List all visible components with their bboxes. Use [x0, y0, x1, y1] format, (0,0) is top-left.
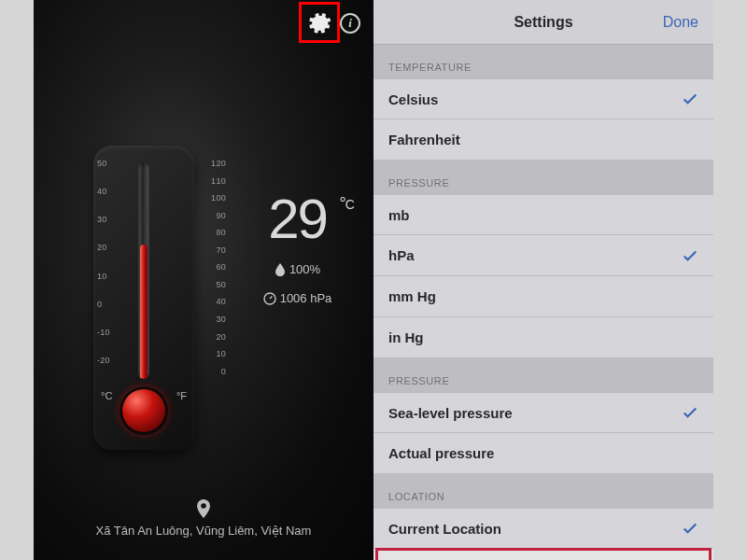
tick-f: 0 [190, 367, 226, 376]
left-header: i [34, 0, 374, 51]
tick-f: 30 [190, 315, 226, 324]
tick-c: 40 [97, 187, 133, 196]
tick-f: 60 [190, 262, 226, 272]
thermometer-widget: 50 40 30 20 10 0 -10 -20 120 110 100 90 … [93, 146, 194, 450]
readings-panel: 29 C 100% 1006 hPa [230, 191, 365, 305]
option-label: Fahrenheit [388, 132, 460, 147]
option-label: in Hg [388, 329, 424, 345]
pressure-value: 1006 hPa [280, 291, 332, 305]
option-current-location[interactable]: Current Location [374, 508, 713, 549]
settings-header: Settings Done [374, 0, 713, 45]
location-pin-icon [196, 499, 211, 518]
screenshot-pair: i 50 40 30 20 10 0 -10 -20 120 110 100 9… [34, 0, 713, 560]
humidity-value: 100% [289, 262, 320, 276]
fahrenheit-unit-label: °F [176, 390, 187, 401]
tick-f: 50 [190, 280, 226, 289]
option-inhg[interactable]: in Hg [374, 317, 713, 358]
pressure-icon [263, 292, 276, 305]
option-label: Actual pressure [388, 445, 494, 461]
option-label: Current Location [388, 521, 501, 537]
fahrenheit-scale: 120 110 100 90 80 70 60 50 40 30 20 10 0 [155, 159, 190, 375]
settings-title: Settings [514, 14, 572, 31]
tick-f: 70 [190, 245, 226, 255]
section-header-pressure-unit: PRESSURE [374, 161, 713, 194]
section-header-location: LOCATION [374, 474, 713, 508]
tick-f: 20 [190, 332, 226, 342]
section-header-temperature: TEMPERATURE [374, 45, 713, 78]
option-label: mm Hg [388, 288, 436, 304]
tick-f: 90 [190, 211, 226, 220]
humidity-row: 100% [230, 262, 365, 276]
tick-f: 40 [190, 297, 226, 306]
temperature-unit: C [340, 195, 353, 212]
check-icon [682, 520, 698, 537]
tick-f: 80 [190, 228, 226, 237]
tick-f: 110 [190, 176, 226, 186]
temperature-number: 29 [268, 188, 327, 250]
section-header-pressure-ref: PRESSURE [374, 358, 713, 392]
settings-screen: Settings Done TEMPERATURE Celsius Fahren… [374, 0, 713, 560]
option-manual-location[interactable]: Location: › [374, 549, 713, 560]
option-actual-pressure[interactable]: Actual pressure [374, 433, 713, 474]
temperature-value: 29 C [268, 191, 327, 247]
celsius-scale: 50 40 30 20 10 0 -10 -20 [97, 159, 133, 375]
option-label: Celsius [388, 91, 438, 107]
location-row[interactable]: Xã Tân An Luông, Vũng Liêm, Việt Nam [34, 499, 374, 538]
tick-c: -20 [97, 356, 133, 365]
tick-f: 120 [190, 159, 226, 168]
celsius-unit-label: °C [101, 390, 112, 401]
thermometer-app-screen: i 50 40 30 20 10 0 -10 -20 120 110 100 9… [34, 0, 374, 560]
option-mmhg[interactable]: mm Hg [374, 276, 713, 317]
tick-c: 20 [97, 243, 133, 252]
tick-f: 10 [190, 349, 226, 358]
option-label: Sea-level pressure [388, 405, 513, 421]
highlight-box-gear [299, 2, 340, 43]
location-text: Xã Tân An Luông, Vũng Liêm, Việt Nam [96, 524, 312, 538]
option-mb[interactable]: mb [374, 194, 713, 235]
check-icon [682, 404, 698, 421]
option-sealevel-pressure[interactable]: Sea-level pressure [374, 392, 713, 433]
check-icon [682, 91, 698, 107]
tick-c: 0 [97, 300, 133, 309]
option-label: mb [388, 207, 410, 223]
tick-c: 30 [97, 215, 133, 224]
info-button[interactable]: i [340, 13, 360, 34]
thermometer-tube [138, 162, 149, 379]
check-icon [682, 247, 698, 264]
done-button[interactable]: Done [663, 14, 698, 31]
tick-f: 100 [190, 193, 226, 203]
tick-c: 10 [97, 272, 133, 281]
option-hpa[interactable]: hPa [374, 235, 713, 276]
option-label: hPa [388, 247, 415, 263]
tick-c: 50 [97, 159, 133, 168]
option-celsius[interactable]: Celsius [374, 78, 713, 119]
option-fahrenheit[interactable]: Fahrenheit [374, 119, 713, 161]
thermometer-bulb [120, 386, 168, 435]
tick-c: -10 [97, 328, 133, 337]
humidity-icon [275, 263, 286, 276]
pressure-row: 1006 hPa [230, 291, 365, 305]
thermometer-fill [140, 245, 148, 379]
